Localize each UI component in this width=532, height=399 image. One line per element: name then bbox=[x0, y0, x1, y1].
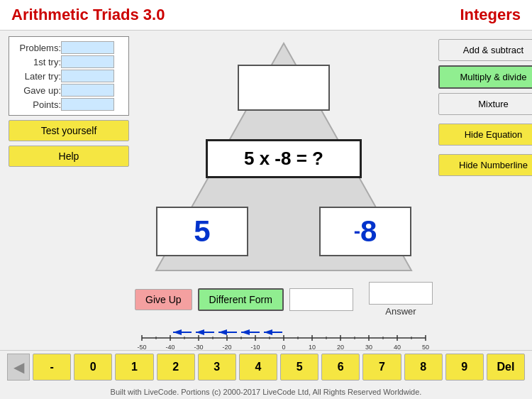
triangle-container: 5 x -8 = ? 5 -8 bbox=[135, 36, 433, 278]
hide-numberline-button[interactable]: Hide Numberline bbox=[438, 154, 532, 176]
back-arrow-button[interactable]: ◀ bbox=[7, 354, 30, 381]
points-value bbox=[61, 98, 114, 111]
app-subtitle: Integers bbox=[460, 6, 521, 24]
button-row: Give Up Different Form Answer bbox=[135, 282, 433, 317]
stats-row-1st: 1st try: bbox=[15, 55, 123, 68]
key-minus[interactable]: - bbox=[33, 354, 71, 381]
key-del[interactable]: Del bbox=[487, 354, 525, 381]
help-button[interactable]: Help bbox=[9, 146, 129, 167]
answer-input[interactable] bbox=[369, 282, 433, 305]
key-0[interactable]: 0 bbox=[74, 354, 112, 381]
key-8[interactable]: 8 bbox=[404, 354, 443, 381]
form-input[interactable] bbox=[289, 288, 353, 311]
right-operand-text: - bbox=[354, 222, 360, 241]
multiply-divide-button[interactable]: Multiply & divide bbox=[438, 65, 532, 89]
stats-row-gaveup: Gave up: bbox=[15, 84, 123, 97]
add-subtract-button[interactable]: Add & subtract bbox=[438, 39, 532, 61]
keypad-row: ◀ - 0 1 2 3 4 5 6 7 8 9 Del bbox=[0, 350, 532, 383]
answer-container: Answer bbox=[369, 282, 433, 317]
stats-row-points: Points: bbox=[15, 98, 123, 111]
stats-row-problems: Problems: bbox=[15, 41, 123, 54]
right-panel: Add & subtract Multiply & divide Mixture… bbox=[438, 36, 532, 373]
gave-up-label: Gave up: bbox=[15, 85, 61, 96]
left-panel: Problems: 1st try: Later try: Gave up: P… bbox=[9, 36, 129, 373]
gave-up-value bbox=[61, 84, 114, 97]
first-try-label: 1st try: bbox=[15, 57, 61, 67]
equation-display: 5 x -8 = ? bbox=[206, 139, 362, 178]
problems-value bbox=[61, 41, 114, 54]
app-title: Arithmetic Triads 3.0 bbox=[11, 6, 165, 24]
different-form-button[interactable]: Different Form bbox=[198, 288, 284, 311]
give-up-button[interactable]: Give Up bbox=[135, 289, 192, 310]
key-7[interactable]: 7 bbox=[362, 354, 401, 381]
key-5[interactable]: 5 bbox=[280, 354, 318, 381]
top-answer-box bbox=[238, 65, 330, 111]
key-4[interactable]: 4 bbox=[239, 354, 277, 381]
header: Arithmetic Triads 3.0 Integers bbox=[0, 0, 532, 31]
hide-equation-button[interactable]: Hide Equation bbox=[438, 124, 532, 146]
left-operand: 5 bbox=[156, 207, 248, 256]
main-area: Problems: 1st try: Later try: Gave up: P… bbox=[0, 31, 532, 378]
stats-box: Problems: 1st try: Later try: Gave up: P… bbox=[9, 36, 129, 116]
later-try-value bbox=[61, 70, 114, 82]
problems-label: Problems: bbox=[15, 43, 61, 53]
right-operand-num: 8 bbox=[360, 214, 377, 248]
key-2[interactable]: 2 bbox=[157, 354, 195, 381]
center-area: 5 x -8 = ? 5 -8 Give Up Different Form A… bbox=[135, 36, 433, 373]
first-try-value bbox=[61, 55, 114, 68]
key-6[interactable]: 6 bbox=[321, 354, 360, 381]
later-try-label: Later try: bbox=[15, 71, 61, 82]
stats-row-later: Later try: bbox=[15, 70, 123, 82]
mixture-button[interactable]: Mixture bbox=[438, 93, 532, 115]
test-yourself-button[interactable]: Test yourself bbox=[9, 120, 129, 141]
key-9[interactable]: 9 bbox=[445, 354, 484, 381]
right-operand: -8 bbox=[319, 207, 411, 256]
points-label: Points: bbox=[15, 99, 61, 110]
footer: Built with LiveCode. Portions (c) 2000-2… bbox=[0, 388, 532, 396]
key-3[interactable]: 3 bbox=[198, 354, 236, 381]
key-1[interactable]: 1 bbox=[115, 354, 153, 381]
answer-label: Answer bbox=[385, 306, 416, 317]
